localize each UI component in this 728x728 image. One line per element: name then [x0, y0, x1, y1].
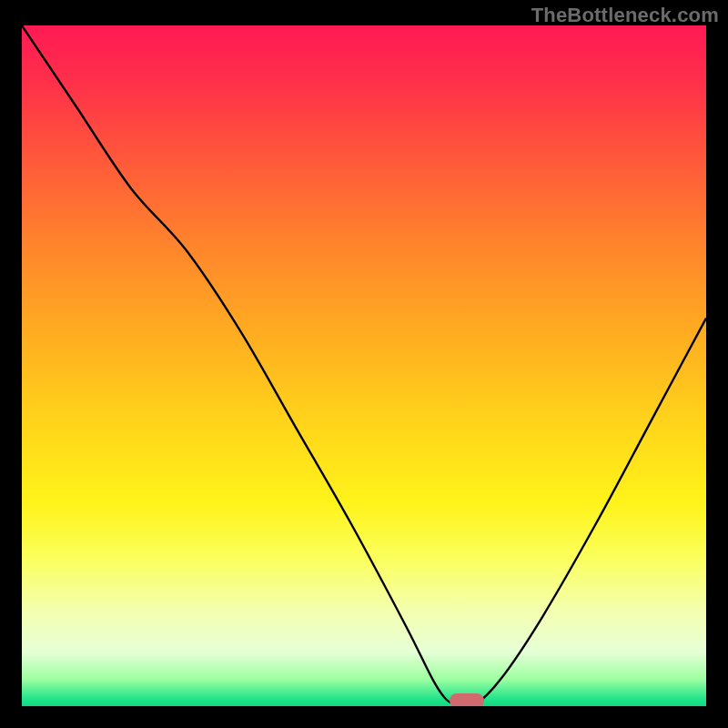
- watermark-text: TheBottleneck.com: [531, 4, 719, 27]
- plot-area: [22, 25, 706, 706]
- chart-frame: TheBottleneck.com: [0, 0, 728, 728]
- bottleneck-curve: [22, 25, 706, 706]
- optimum-marker: [450, 693, 484, 706]
